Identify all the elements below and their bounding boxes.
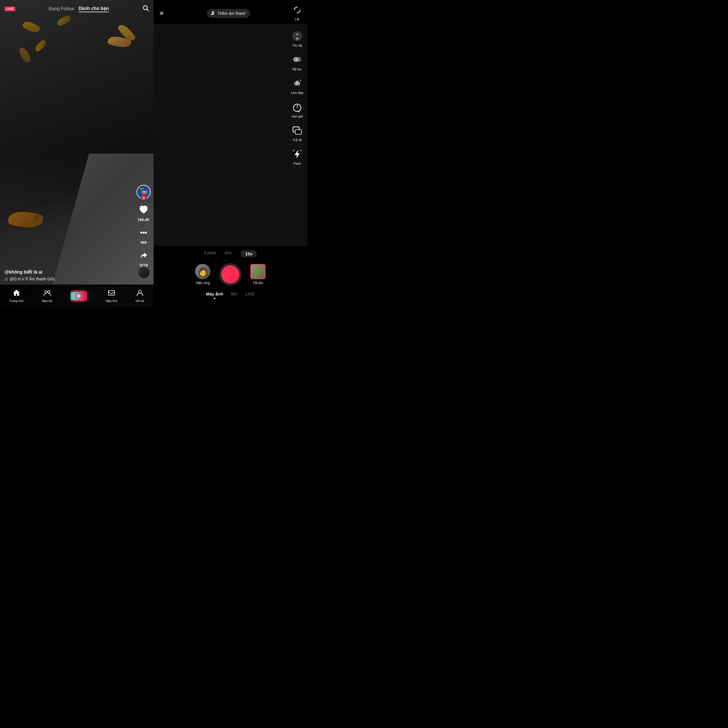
share-action[interactable]: 3218: [139, 250, 149, 267]
svg-point-5: [45, 291, 47, 293]
duration-3min[interactable]: 3 phút: [204, 250, 216, 257]
timer-tool[interactable]: 3 Hẹn giờ: [291, 100, 304, 118]
svg-point-12: [296, 57, 301, 62]
comment-action[interactable]: 568: [139, 228, 149, 245]
svg-point-3: [143, 232, 145, 234]
music-note-icon: ♫: [5, 277, 8, 281]
tab-for-you[interactable]: Dành cho bạn: [78, 6, 109, 12]
camera-topbar: × Thêm âm thanh Lật: [154, 0, 307, 24]
upload-label: Tải lên: [253, 281, 263, 285]
video-info: @không biết là ai ♫ @D H V P Âm thanh Gố…: [5, 269, 131, 281]
speed-tool[interactable]: 1x Tốc độ: [291, 29, 304, 47]
effect-button[interactable]: 👩 Hiệu ứng: [195, 264, 210, 285]
flip-icon: [293, 6, 301, 16]
speed-label: Tốc độ: [292, 44, 302, 47]
right-panel-camera: × Thêm âm thanh Lật: [154, 0, 307, 307]
vinyl-inner: [142, 271, 146, 274]
mode-camera-tab[interactable]: Máy ảnh: [206, 292, 223, 299]
top-navigation: LIVE Đang Follow Dành cho bạn: [0, 0, 154, 15]
svg-text:1x: 1x: [296, 33, 298, 35]
svg-rect-7: [109, 291, 115, 295]
mode-mv-label[interactable]: MV: [231, 292, 238, 299]
filter-icon: [291, 53, 304, 66]
live-badge: LIVE: [5, 6, 15, 11]
leaf-decoration: [8, 209, 44, 230]
user-avatar-container[interactable]: 🦆 +: [136, 185, 151, 199]
nav-profile[interactable]: Hồ sơ: [136, 289, 144, 303]
friends-icon: [43, 289, 51, 298]
effect-avatar: 👩: [195, 264, 210, 279]
svg-marker-24: [295, 150, 300, 158]
flip-button[interactable]: Lật: [293, 6, 301, 21]
nav-tabs: Đang Follow Dành cho bạn: [49, 6, 109, 12]
leaf-decoration: [22, 19, 41, 35]
like-action[interactable]: 190,4K: [138, 205, 150, 222]
svg-line-25: [293, 150, 294, 151]
create-button[interactable]: [72, 291, 86, 301]
tab-following[interactable]: Đang Follow: [49, 6, 74, 11]
flash-icon: [291, 148, 304, 161]
leaf-decoration: [18, 46, 31, 64]
right-action-buttons: 🦆 + 190,4K 568: [136, 185, 151, 267]
profile-label: Hồ sơ: [136, 299, 144, 303]
capture-row: 👩 Hiệu ứng 🌿 Tải lên: [159, 263, 301, 286]
nav-home[interactable]: Trang chủ: [9, 289, 24, 303]
camera-bottom: 3 phút 60s 15s 👩 Hiệu ứng 🌿 Tải lên: [154, 246, 307, 307]
svg-text:3: 3: [298, 110, 300, 112]
flash-tool[interactable]: Flash: [291, 148, 304, 165]
search-icon[interactable]: [142, 5, 149, 13]
nav-inbox[interactable]: Hộp thư: [106, 289, 117, 303]
close-button[interactable]: ×: [159, 9, 164, 17]
nav-create[interactable]: [70, 290, 87, 302]
reply-tool[interactable]: Trả lời: [291, 124, 304, 142]
duration-60s[interactable]: 60s: [225, 250, 231, 257]
mode-live-label[interactable]: LIVE: [245, 292, 255, 299]
beauty-tool[interactable]: + Làm đẹp: [291, 77, 304, 95]
flip-label: Lật: [295, 17, 300, 21]
profile-icon: [136, 289, 144, 298]
beauty-icon: +: [291, 77, 304, 90]
nav-friends[interactable]: Bạn bè: [42, 289, 52, 303]
comment-count: 568: [141, 240, 147, 245]
home-label: Trang chủ: [9, 299, 24, 303]
inbox-label: Hộp thư: [106, 299, 117, 303]
timer-icon: 3: [291, 100, 304, 113]
effect-label: Hiệu ứng: [196, 281, 210, 285]
capture-button[interactable]: [219, 263, 242, 286]
left-panel: LIVE Đang Follow Dành cho bạn 🦆 +: [0, 0, 154, 307]
video-background: [0, 0, 154, 307]
svg-point-4: [145, 232, 147, 234]
music-text: @D H V P Âm thanh Gốc: [10, 277, 55, 281]
upload-button[interactable]: 🌿 Tải lên: [250, 264, 266, 285]
svg-point-15: [296, 81, 298, 83]
mode-active-dot: [214, 298, 215, 299]
reply-label: Trả lời: [293, 138, 302, 142]
svg-point-2: [141, 232, 142, 234]
svg-rect-22: [295, 130, 301, 134]
svg-point-6: [48, 291, 50, 293]
leaf-decoration: [56, 15, 72, 26]
upload-thumbnail: 🌿: [250, 264, 266, 279]
creator-username[interactable]: @không biết là ai: [5, 269, 131, 275]
svg-line-26: [300, 150, 301, 151]
duration-selector: 3 phút 60s 15s: [159, 250, 301, 257]
inbox-icon: [107, 289, 115, 298]
home-icon: [12, 289, 20, 298]
bottom-navigation: Trang chủ Bạn bè: [0, 284, 154, 307]
duration-15s[interactable]: 15s: [240, 250, 257, 257]
follow-plus-badge[interactable]: +: [141, 195, 147, 201]
svg-text:+: +: [300, 79, 301, 82]
speed-icon: 1x: [291, 29, 304, 43]
friends-label: Bạn bè: [42, 299, 52, 303]
capture-button-inner: [221, 265, 239, 283]
reply-icon: [291, 124, 304, 137]
beauty-label: Làm đẹp: [291, 91, 303, 95]
vinyl-disc: [138, 266, 150, 279]
add-sound-button[interactable]: Thêm âm thanh: [207, 9, 250, 18]
music-row[interactable]: ♫ @D H V P Âm thanh Gốc: [5, 277, 131, 281]
filter-tool[interactable]: Bộ lọc: [291, 53, 304, 71]
add-sound-label: Thêm âm thanh: [217, 11, 245, 16]
create-button-wrapper[interactable]: [70, 290, 87, 302]
mode-camera-label: Máy ảnh: [206, 292, 223, 296]
comment-icon: [139, 228, 149, 239]
